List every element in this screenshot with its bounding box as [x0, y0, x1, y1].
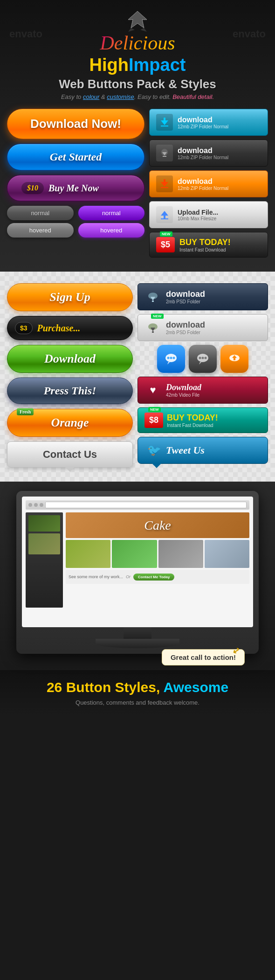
upload-light-sub: 10mb Max Filesize: [178, 216, 218, 221]
download-dark-text: download 12mb ZIP Folder Normal: [178, 147, 228, 160]
download-orange-button[interactable]: download 12mb ZIP Folder Normal: [149, 170, 268, 197]
monitor-content: Cake See some more of my work... Or Cont…: [22, 497, 253, 627]
subtitle: Easy to colour & customise. Easy to edit…: [7, 93, 268, 100]
monitor-grid-item-2: [112, 540, 157, 568]
monitor-body: Cake See some more of my work... Or Cont…: [26, 512, 249, 608]
buy-label: Buy Me Now: [48, 183, 99, 194]
svg-rect-18: [152, 301, 154, 302]
download-blue-icon-area: [156, 114, 173, 131]
download-dark2-icon: [144, 288, 161, 305]
svg-point-25: [170, 357, 172, 359]
download-dark-icon: [159, 147, 170, 159]
title-delicious: Delicious: [7, 32, 268, 54]
upload-light-button[interactable]: Upload File... 10mb Max Filesize: [149, 201, 268, 228]
normal-gray-button[interactable]: normal: [7, 206, 74, 220]
monitor-dot-1: [28, 503, 32, 507]
tweet-label: Tweet Us: [166, 444, 205, 456]
monitor-cta-button[interactable]: Contact Me Today: [133, 574, 174, 581]
buy-today2-button[interactable]: NEW $8 BUY TODAY! Instant Fast Download: [138, 407, 268, 433]
footer-subtitle: Questions, comments and feedback welcome…: [7, 699, 268, 706]
orange-label: Orange: [51, 416, 89, 429]
svg-rect-9: [163, 156, 166, 157]
buy-now-button[interactable]: $10 Buy Me Now: [7, 175, 144, 201]
monitor-thumb-1: [28, 533, 60, 554]
monitor-grid-item-1: [66, 540, 110, 568]
section-monitor: Cake See some more of my work... Or Cont…: [0, 482, 275, 670]
svg-marker-2: [128, 28, 135, 32]
press-this-button[interactable]: Press This!: [7, 378, 133, 404]
normal-purple-button[interactable]: normal: [78, 206, 145, 220]
cloud-download-dark-icon: [146, 290, 159, 303]
download-dark2-button[interactable]: download 2mb PSD Folder: [138, 283, 268, 310]
col-right-1: download 12mb ZIP Folder Normal download…: [149, 109, 268, 258]
download-dark-button[interactable]: download 12mb ZIP Folder Normal: [149, 140, 268, 167]
signup-button[interactable]: Sign Up: [7, 283, 133, 311]
buy-today2-price: $8: [144, 413, 163, 428]
buy-today-button[interactable]: NEW $5 BUY TODAY! Instant Fast Download: [149, 232, 268, 258]
download-orange-label: download: [178, 177, 228, 186]
buy-today-label: BUY TODAY!: [179, 238, 231, 247]
purchase-label: Purchase...: [37, 323, 81, 334]
download-video-label: Download: [166, 383, 201, 392]
download-light2-button[interactable]: NEW download 2mb PSD Folder: [138, 314, 268, 341]
svg-rect-11: [164, 179, 165, 183]
col-left-2: Sign Up $3 Purchase... Download Press Th…: [7, 283, 133, 468]
col-right-2: download 2mb PSD Folder NEW download 2mb…: [138, 283, 268, 468]
download-video-button[interactable]: ♥ Download 42mb Video File: [138, 377, 268, 404]
upload-light-label: Upload File...: [178, 209, 218, 216]
title-high: High: [89, 55, 129, 75]
monitor-url-bar[interactable]: [45, 502, 247, 508]
svg-point-29: [199, 357, 201, 359]
buttons-grid-1: Download Now! Get Started $10 Buy Me Now…: [7, 109, 268, 258]
monitor-grid-item-4: [205, 540, 249, 568]
monitor-outer: Cake See some more of my work... Or Cont…: [16, 491, 259, 654]
buttons-grid-2: Sign Up $3 Purchase... Download Press Th…: [7, 283, 268, 468]
svg-rect-6: [161, 126, 168, 126]
contact-us-button[interactable]: Contact Us: [7, 441, 133, 468]
heart-icon: ♥: [144, 382, 161, 399]
svg-rect-5: [164, 118, 165, 121]
download-blue-label: download: [178, 116, 228, 124]
buy-today-price: $5: [156, 237, 175, 252]
download-now-button[interactable]: Download Now!: [7, 109, 144, 139]
svg-rect-34: [234, 358, 235, 360]
monitor-see-more-text: See some more of my work...: [69, 574, 123, 579]
download-light2-new-badge: NEW: [151, 314, 164, 319]
download-light2-text: download 2mb PSD Folder: [166, 320, 205, 335]
monitor-or-text: Or: [126, 574, 131, 579]
tweet-us-button[interactable]: 🐦 Tweet Us: [138, 437, 268, 464]
state-buttons: normal normal hovered hovered: [7, 206, 144, 238]
cloud-orange-button[interactable]: [220, 345, 248, 373]
download-blue-button[interactable]: download 12mb ZIP Folder Normal: [149, 109, 268, 136]
header-area: Delicious HighImpact Web Buttons Pack & …: [7, 9, 268, 100]
callout-bubble: Great call to action! ↩: [162, 649, 245, 665]
download-light2-icon: [144, 319, 161, 336]
download-green-button[interactable]: Download: [7, 345, 133, 373]
monitor-neck: [124, 627, 151, 639]
purchase-price: $3: [15, 322, 33, 334]
download-dark-sub: 12mb ZIP Folder Normal: [178, 155, 228, 160]
monitor-sidebar-logo: [28, 515, 60, 532]
title-webbuttons: Web Buttons Pack & Styles: [7, 77, 268, 91]
fresh-badge: Fresh: [17, 408, 34, 415]
chat-blue-button[interactable]: [157, 345, 185, 373]
section-footer: 26 Button Styles, Awesome Questions, com…: [0, 670, 275, 715]
orange-fresh-button[interactable]: Fresh Orange: [7, 409, 133, 437]
chat-gray-button[interactable]: [189, 345, 217, 373]
callout-container: Great call to action! ↩: [16, 654, 259, 665]
buy-today2-sub: Instant Fast Download: [167, 423, 218, 428]
download-orange-icon-area: [156, 175, 173, 192]
download-orange-text: download 12mb ZIP Folder Normal: [178, 177, 228, 191]
hovered-purple-button[interactable]: hovered: [78, 223, 145, 238]
hovered-state-row: hovered hovered: [7, 223, 144, 238]
get-started-button[interactable]: Get Started: [7, 144, 144, 170]
cloud-upload-icon: [227, 351, 242, 366]
svg-point-26: [173, 357, 175, 359]
download-orange-icon: [159, 178, 170, 189]
hovered-gray-button[interactable]: hovered: [7, 223, 74, 238]
purchase-button[interactable]: $3 Purchase...: [7, 316, 133, 340]
svg-marker-23: [167, 362, 170, 364]
buy-price: $10: [21, 182, 44, 194]
svg-marker-13: [161, 211, 168, 216]
download-dark2-text: download 2mb PSD Folder: [166, 289, 205, 304]
